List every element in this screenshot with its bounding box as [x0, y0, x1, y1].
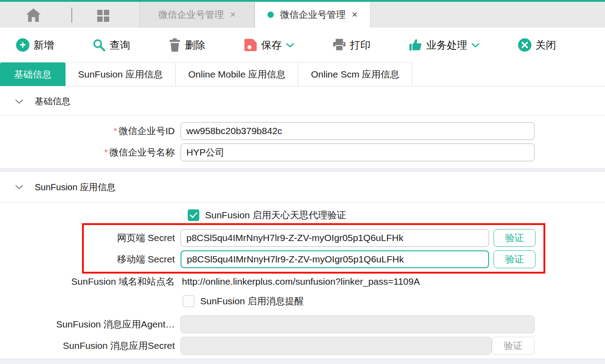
close-button[interactable]: 关闭: [518, 38, 556, 52]
web-secret-label: 网页端 Secret: [0, 229, 175, 247]
chevron-down-icon[interactable]: [471, 43, 480, 48]
print-button[interactable]: 打印: [333, 38, 370, 52]
apps-grid-icon[interactable]: [96, 8, 110, 23]
mobile-secret-verify-button[interactable]: 验证: [494, 250, 535, 268]
window-tab-label: 微信企业号管理: [280, 8, 346, 21]
chevron-down-icon[interactable]: [15, 185, 23, 189]
printer-icon: [333, 39, 346, 51]
add-button[interactable]: + 新增: [16, 38, 54, 52]
chevron-down-icon[interactable]: [286, 43, 294, 48]
wechat-id-input[interactable]: [181, 122, 535, 140]
required-asterisk: *: [104, 147, 108, 157]
business-process-button[interactable]: 业务处理: [409, 38, 480, 52]
active-tab-dot-icon: [268, 12, 274, 18]
topbar-divider: [71, 8, 72, 23]
trash-icon: [169, 38, 181, 52]
home-icon[interactable]: [25, 8, 41, 23]
web-secret-input[interactable]: [181, 229, 489, 247]
proxy-auth-checkbox-label: SunFusion 启用天心天思代理验证: [205, 209, 346, 221]
tab-online-scm-app-info[interactable]: Online Scm 应用信息: [298, 62, 412, 86]
message-reminder-checkbox-row: SunFusion 启用消息提醒: [183, 295, 304, 307]
section-header-sunfusion[interactable]: SunFusion 应用信息: [0, 172, 605, 203]
window-tab-label: 微信企业号管理: [158, 8, 224, 21]
section-header-basic-info[interactable]: 基础信息: [0, 87, 605, 116]
wechat-name-label: *微信企业号名称: [0, 143, 175, 161]
print-button-label: 打印: [350, 38, 370, 52]
mobile-secret-input[interactable]: [181, 250, 489, 268]
delete-button[interactable]: 删除: [169, 38, 206, 52]
proxy-auth-checkbox-row: SunFusion 启用天心天思代理验证: [188, 209, 346, 221]
close-tab-icon[interactable]: ×: [230, 10, 236, 20]
close-tab-icon[interactable]: ×: [352, 10, 358, 20]
mobile-secret-label: 移动端 Secret: [0, 250, 175, 268]
chevron-down-icon[interactable]: [15, 99, 23, 104]
add-button-label: 新增: [33, 38, 54, 52]
save-button-label: 保存: [261, 38, 282, 52]
message-reminder-checkbox-label: SunFusion 启用消息提醒: [200, 295, 304, 307]
web-secret-verify-button[interactable]: 验证: [494, 229, 535, 247]
domain-label: SunFusion 域名和站点名: [0, 275, 175, 288]
proxy-auth-checkbox[interactable]: [188, 209, 199, 221]
message-secret-verify-button: 验证: [492, 337, 535, 355]
tab-online-mobile-app-info[interactable]: Online Mobile 应用信息: [176, 62, 298, 86]
query-button-label: 查询: [110, 38, 130, 52]
message-agent-label: SunFusion 消息应用Agent…: [0, 315, 175, 333]
bottom-strip: [0, 359, 605, 364]
message-secret-input: [181, 337, 492, 355]
window-tab-inactive[interactable]: 微信企业号管理 ×: [140, 2, 255, 28]
business-process-button-label: 业务处理: [426, 38, 467, 52]
section-title: 基础信息: [35, 95, 70, 107]
hand-icon: [409, 38, 422, 52]
tab-sunfusion-app-info[interactable]: SunFusion 应用信息: [66, 62, 176, 86]
required-asterisk: *: [114, 126, 117, 136]
wechat-name-input[interactable]: [181, 143, 535, 161]
save-icon: [244, 38, 257, 52]
window-tab-active[interactable]: 微信企业号管理 ×: [255, 2, 370, 28]
delete-button-label: 删除: [185, 38, 206, 52]
wechat-id-label: *微信企业号ID: [0, 122, 175, 140]
wechat-enterprise-admin-window: 微信企业号管理 × 微信企业号管理 × + 新增 查询: [0, 0, 605, 364]
save-button[interactable]: 保存: [244, 38, 294, 52]
search-icon: [92, 38, 106, 52]
toolbar: + 新增 查询 删除: [0, 28, 605, 62]
section-title: SunFusion 应用信息: [35, 181, 115, 193]
message-agent-input: [181, 315, 535, 333]
page-tabs: 基础信息 SunFusion 应用信息 Online Mobile 应用信息 O…: [0, 62, 605, 86]
message-reminder-checkbox[interactable]: [183, 295, 194, 307]
close-circle-icon: [518, 38, 531, 52]
plus-circle-icon: +: [16, 38, 29, 52]
tab-basic-info[interactable]: 基础信息: [0, 62, 66, 86]
query-button[interactable]: 查询: [92, 38, 130, 52]
message-secret-label: SunFusion 消息应用Secret: [0, 337, 175, 355]
close-button-label: 关闭: [535, 38, 556, 52]
window-tab-bar: 微信企业号管理 × 微信企业号管理 ×: [0, 2, 605, 28]
section-divider: [0, 168, 605, 172]
domain-value: http://online.linkerplus.com/sunfusion?l…: [182, 275, 420, 288]
